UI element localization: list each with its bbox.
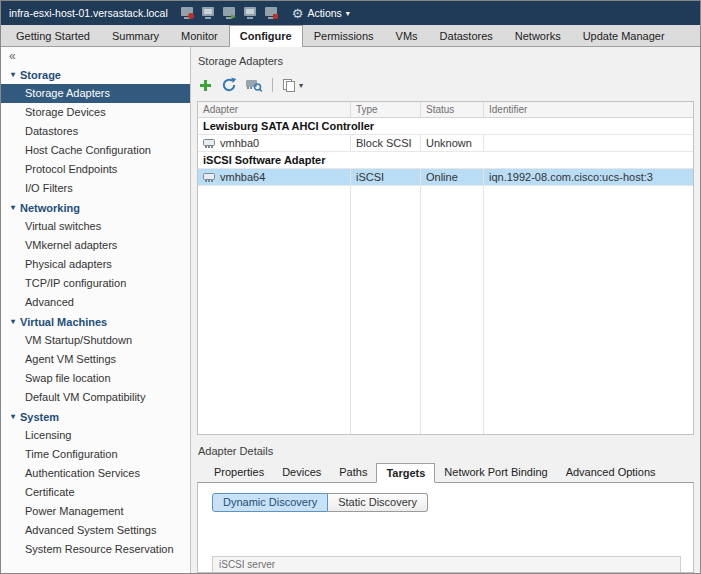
host-action-toolbar — [180, 6, 280, 21]
tab-datastores[interactable]: Datastores — [429, 25, 504, 46]
column-header-type[interactable]: Type — [351, 102, 421, 117]
tab-vms[interactable]: VMs — [385, 25, 429, 46]
sidebar-collapse-button[interactable]: « — [1, 49, 190, 65]
sidebar-section-storage[interactable]: ▾ Storage — [1, 65, 190, 84]
adapter-status: Unknown — [421, 135, 484, 151]
sidebar-item-licensing[interactable]: Licensing — [1, 426, 190, 445]
tab-configure[interactable]: Configure — [229, 25, 303, 47]
host-action-icon-3[interactable] — [222, 6, 238, 21]
details-tab-targets[interactable]: Targets — [376, 463, 435, 483]
sidebar-item-vm-startup-shutdown[interactable]: VM Startup/Shutdown — [1, 331, 190, 350]
sidebar-item-storage-adapters[interactable]: Storage Adapters — [1, 84, 190, 103]
column-header-identifier[interactable]: Identifier — [484, 102, 693, 117]
sidebar-item-tcpip-configuration[interactable]: TCP/IP configuration — [1, 274, 190, 293]
sidebar-item-datastores[interactable]: Datastores — [1, 122, 190, 141]
sidebar-item-vmkernel-adapters[interactable]: VMkernel adapters — [1, 236, 190, 255]
tab-monitor[interactable]: Monitor — [170, 25, 229, 46]
sidebar-item-virtual-switches[interactable]: Virtual switches — [1, 217, 190, 236]
sidebar-item-storage-devices[interactable]: Storage Devices — [1, 103, 190, 122]
tab-networks[interactable]: Networks — [504, 25, 572, 46]
adapter-name-cell: vmhba0 — [198, 135, 351, 151]
details-tab-network-port-binding[interactable]: Network Port Binding — [435, 463, 556, 482]
adapter-row-vmhba64[interactable]: vmhba64 iSCSI Online iqn.1992-08.com.cis… — [198, 169, 693, 186]
chevron-down-icon: ▾ — [11, 412, 15, 421]
adapter-type: Block SCSI — [351, 135, 421, 151]
vsphere-web-client-window: infra-esxi-host-01.versastack.local ⚙ Ac… — [0, 0, 701, 574]
object-tab-bar: Getting Started Summary Monitor Configur… — [1, 25, 700, 47]
caret-down-icon: ▾ — [346, 9, 350, 18]
sidebar-section-virtual-machines[interactable]: ▾ Virtual Machines — [1, 312, 190, 331]
adapter-identifier — [484, 135, 693, 151]
chevron-down-icon: ▾ — [11, 70, 15, 79]
sidebar-item-default-vm-compatibility[interactable]: Default VM Compatibility — [1, 388, 190, 407]
table-empty-area — [198, 186, 693, 434]
top-navigation-bar: infra-esxi-host-01.versastack.local ⚙ Ac… — [1, 1, 700, 25]
targets-tab-content: Dynamic Discovery Static Discovery iSCSI… — [197, 483, 694, 573]
adapter-group-label: Lewisburg SATA AHCI Controller — [198, 118, 693, 134]
rescan-adapters-icon[interactable] — [245, 77, 263, 93]
sidebar-item-io-filters[interactable]: I/O Filters — [1, 179, 190, 198]
toolbar-separator — [272, 78, 273, 92]
host-action-icon-1[interactable] — [180, 6, 196, 21]
sidebar-section-label: System — [20, 411, 59, 423]
column-header-status[interactable]: Status — [421, 102, 484, 117]
copy-icon[interactable]: ▾ — [282, 78, 303, 93]
adapter-group-row-iscsi: iSCSI Software Adapter — [198, 152, 693, 169]
dynamic-discovery-button[interactable]: Dynamic Discovery — [212, 493, 328, 512]
sidebar-item-host-cache-configuration[interactable]: Host Cache Configuration — [1, 141, 190, 160]
adapter-name: vmhba0 — [220, 135, 259, 151]
storage-adapter-icon — [203, 138, 216, 149]
sidebar-section-system[interactable]: ▾ System — [1, 407, 190, 426]
sidebar-item-physical-adapters[interactable]: Physical adapters — [1, 255, 190, 274]
sidebar-item-protocol-endpoints[interactable]: Protocol Endpoints — [1, 160, 190, 179]
sidebar-item-power-management[interactable]: Power Management — [1, 502, 190, 521]
tab-getting-started[interactable]: Getting Started — [5, 25, 101, 46]
sidebar-item-time-configuration[interactable]: Time Configuration — [1, 445, 190, 464]
details-tab-properties[interactable]: Properties — [205, 463, 273, 482]
sidebar-item-advanced-system-settings[interactable]: Advanced System Settings — [1, 521, 190, 540]
table-header-row: Adapter Type Status Identifier — [198, 102, 693, 118]
page-title: Storage Adapters — [198, 55, 694, 67]
discovery-mode-toggle: Dynamic Discovery Static Discovery — [212, 493, 428, 512]
column-header-adapter[interactable]: Adapter — [198, 102, 351, 117]
sidebar-item-system-resource-reservation[interactable]: System Resource Reservation — [1, 540, 190, 559]
caret-down-icon: ▾ — [299, 81, 303, 90]
tab-permissions[interactable]: Permissions — [303, 25, 385, 46]
details-tab-devices[interactable]: Devices — [273, 463, 330, 482]
details-tab-paths[interactable]: Paths — [330, 463, 376, 482]
refresh-icon[interactable] — [221, 77, 237, 93]
tab-summary[interactable]: Summary — [101, 25, 170, 46]
adapter-row-vmhba0[interactable]: vmhba0 Block SCSI Unknown — [198, 135, 693, 152]
sidebar-section-networking[interactable]: ▾ Networking — [1, 198, 190, 217]
sidebar-item-advanced[interactable]: Advanced — [1, 293, 190, 312]
main-panel: Storage Adapters ▾ Adap — [191, 47, 700, 573]
storage-adapters-toolbar: ▾ — [198, 75, 694, 95]
host-action-icon-2[interactable] — [201, 6, 217, 21]
adapter-details-panel: Properties Devices Paths Targets Network… — [197, 463, 694, 573]
sidebar-item-certificate[interactable]: Certificate — [1, 483, 190, 502]
sidebar-item-authentication-services[interactable]: Authentication Services — [1, 464, 190, 483]
storage-adapter-icon — [203, 172, 216, 183]
adapter-details-tab-bar: Properties Devices Paths Targets Network… — [197, 463, 694, 483]
adapter-name-cell: vmhba64 — [198, 169, 351, 185]
add-adapter-icon[interactable] — [198, 78, 213, 93]
host-action-icon-4[interactable] — [243, 6, 259, 21]
adapter-type: iSCSI — [351, 169, 421, 185]
static-discovery-button[interactable]: Static Discovery — [328, 493, 428, 512]
gear-icon: ⚙ — [292, 7, 304, 20]
host-action-icon-5[interactable] — [264, 6, 280, 21]
adapter-group-row-sata: Lewisburg SATA AHCI Controller — [198, 118, 693, 135]
adapter-status: Online — [421, 169, 484, 185]
sidebar-section-label: Virtual Machines — [20, 316, 107, 328]
sidebar-section-label: Storage — [20, 69, 61, 81]
sidebar-item-swap-file-location[interactable]: Swap file location — [1, 369, 190, 388]
actions-menu-label: Actions — [307, 7, 341, 19]
navigation-sidebar: « ▾ Storage Storage Adapters Storage Dev… — [1, 47, 191, 573]
storage-adapters-table: Adapter Type Status Identifier Lewisburg… — [197, 101, 694, 435]
host-name: infra-esxi-host-01.versastack.local — [9, 7, 168, 19]
actions-menu[interactable]: ⚙ Actions ▾ — [292, 7, 350, 20]
sidebar-section-label: Networking — [20, 202, 80, 214]
tab-update-manager[interactable]: Update Manager — [572, 25, 676, 46]
sidebar-item-agent-vm-settings[interactable]: Agent VM Settings — [1, 350, 190, 369]
details-tab-advanced-options[interactable]: Advanced Options — [557, 463, 665, 482]
